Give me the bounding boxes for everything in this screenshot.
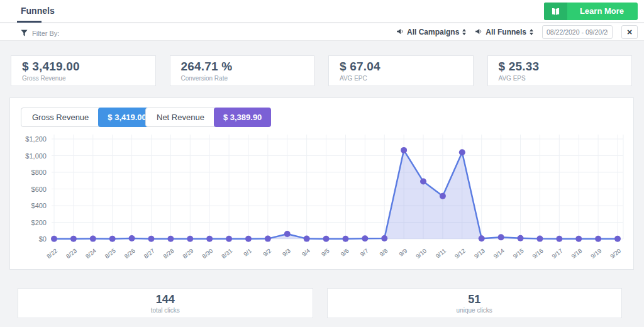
data-point-9/8[interactable] <box>381 235 387 241</box>
stat-label: AVG EPS <box>499 75 632 82</box>
data-point-9/13[interactable] <box>479 235 485 241</box>
stat-label: Conversion Rate <box>181 75 314 82</box>
stat-value: $ 67.04 <box>340 60 473 74</box>
data-point-8/25[interactable] <box>109 236 116 242</box>
stats-row: $ 3,419.00 Gross Revenue 264.71 % Conver… <box>11 55 632 86</box>
data-point-8/31[interactable] <box>226 236 232 242</box>
data-point-9/15[interactable] <box>518 235 524 241</box>
data-point-9/14[interactable] <box>498 234 504 240</box>
x-axis-tick-label: 9/8 <box>378 247 389 258</box>
learn-more-button[interactable]: Learn More <box>544 3 638 20</box>
x-axis-tick-label: 8/30 <box>201 247 214 260</box>
stat-label: AVG EPC <box>340 75 473 82</box>
net-revenue-toggle-value[interactable]: $ 3,389.90 <box>214 108 271 127</box>
y-axis-tick-label: $0 <box>39 235 47 243</box>
x-axis-tick-label: 9/18 <box>570 247 583 260</box>
area-fill <box>54 150 618 239</box>
x-axis-tick-label: 9/6 <box>339 247 350 258</box>
funnels-dropdown[interactable]: All Funnels <box>475 26 533 38</box>
x-axis-tick-label: 9/1 <box>242 247 253 258</box>
data-point-9/6[interactable] <box>342 236 348 242</box>
x-axis-tick-label: 9/19 <box>589 247 602 260</box>
x-axis-tick-label: 8/24 <box>84 247 97 260</box>
revenue-chart-card: Gross Revenue $ 3,419.00 Net Revenue $ 3… <box>9 97 634 270</box>
data-point-8/28[interactable] <box>167 236 174 242</box>
data-point-9/17[interactable] <box>556 236 562 242</box>
data-point-8/26[interactable] <box>129 235 135 241</box>
revenue-area-chart: $0$200$400$600$800$1,000$1,2008/228/238/… <box>10 128 633 269</box>
gross-revenue-toggle[interactable]: Gross Revenue $ 3,419.00 <box>21 108 156 127</box>
campaigns-dropdown-label: All Campaigns <box>407 28 459 36</box>
data-point-8/23[interactable] <box>70 236 77 242</box>
gross-revenue-toggle-label[interactable]: Gross Revenue <box>21 108 100 127</box>
funnels-dropdown-label: All Funnels <box>486 28 526 36</box>
net-revenue-toggle-label[interactable]: Net Revenue <box>145 108 216 127</box>
data-point-9/10[interactable] <box>420 179 426 185</box>
x-axis-tick-label: 9/2 <box>262 247 272 258</box>
data-point-9/19[interactable] <box>595 236 601 242</box>
total-clicks-label: total clicks <box>151 307 180 314</box>
data-point-9/11[interactable] <box>440 193 446 199</box>
sort-arrows-icon <box>530 29 533 35</box>
x-axis-tick-label: 8/26 <box>123 247 136 260</box>
x-axis-tick-label: 9/12 <box>453 247 467 260</box>
data-point-8/27[interactable] <box>148 236 154 242</box>
x-axis-tick-label: 9/13 <box>473 247 486 260</box>
data-point-8/30[interactable] <box>206 236 213 242</box>
filter-icon <box>21 28 28 39</box>
x-axis-tick-label: 9/14 <box>492 247 506 260</box>
data-point-9/3[interactable] <box>284 231 291 237</box>
clear-filter-button[interactable]: × <box>621 25 638 39</box>
stat-card-gross-revenue: $ 3,419.00 Gross Revenue <box>11 55 156 86</box>
x-axis-tick-label: 8/25 <box>104 247 117 260</box>
y-axis-tick-label: $800 <box>31 169 47 176</box>
close-icon: × <box>627 28 632 36</box>
y-axis-tick-label: $1,000 <box>25 152 47 160</box>
y-axis-tick-label: $200 <box>31 219 47 226</box>
x-axis-tick-label: 8/29 <box>181 247 194 260</box>
sort-arrows-icon <box>462 29 466 35</box>
data-point-9/9[interactable] <box>401 147 407 153</box>
filter-bar: Filter By: All Campaigns All Funnels × <box>0 23 644 41</box>
data-point-9/12[interactable] <box>459 149 465 155</box>
x-axis-tick-label: 8/31 <box>220 247 233 260</box>
x-axis-tick-label: 9/9 <box>397 247 408 258</box>
series-line <box>54 150 618 239</box>
data-point-9/16[interactable] <box>536 236 543 242</box>
x-axis-tick-label: 9/3 <box>281 247 292 258</box>
data-point-9/18[interactable] <box>575 236 582 242</box>
top-header: Funnels Learn More <box>0 0 644 23</box>
megaphone-icon <box>396 26 404 38</box>
data-point-9/4[interactable] <box>304 236 310 242</box>
x-axis-tick-label: 9/7 <box>358 247 369 258</box>
data-point-8/29[interactable] <box>187 236 193 242</box>
data-point-9/1[interactable] <box>245 236 252 242</box>
x-axis-tick-label: 9/17 <box>550 247 564 260</box>
tab-active-underline <box>17 21 42 23</box>
filter-by-label: Filter By: <box>32 30 59 37</box>
x-axis-tick-label: 9/4 <box>301 247 311 258</box>
y-axis-tick-label: $600 <box>31 186 47 193</box>
data-point-9/7[interactable] <box>362 235 368 241</box>
stat-card-conversion-rate: 264.71 % Conversion Rate <box>170 55 315 86</box>
x-axis-tick-label: 8/23 <box>65 247 78 260</box>
data-point-9/20[interactable] <box>614 236 621 242</box>
data-point-8/22[interactable] <box>51 236 57 242</box>
net-revenue-toggle[interactable]: Net Revenue $ 3,389.90 <box>145 108 271 127</box>
data-point-8/24[interactable] <box>90 236 96 242</box>
learn-more-label: Learn More <box>567 3 638 20</box>
x-axis-tick-label: 8/22 <box>45 247 58 260</box>
data-point-9/5[interactable] <box>323 236 330 242</box>
y-axis-tick-label: $1,200 <box>25 135 47 143</box>
date-range-input[interactable] <box>542 25 613 39</box>
unique-clicks-value: 51 <box>468 293 480 306</box>
x-axis-tick-label: 9/5 <box>320 247 331 258</box>
unique-clicks-label: unique clicks <box>457 307 492 314</box>
tab-funnels[interactable]: Funnels <box>21 6 55 16</box>
book-icon <box>544 3 567 20</box>
total-clicks-card: 144 total clicks <box>18 288 313 318</box>
stat-value: $ 3,419.00 <box>22 60 155 74</box>
stat-label: Gross Revenue <box>22 75 155 82</box>
campaigns-dropdown[interactable]: All Campaigns <box>396 26 466 38</box>
data-point-9/2[interactable] <box>265 236 271 242</box>
